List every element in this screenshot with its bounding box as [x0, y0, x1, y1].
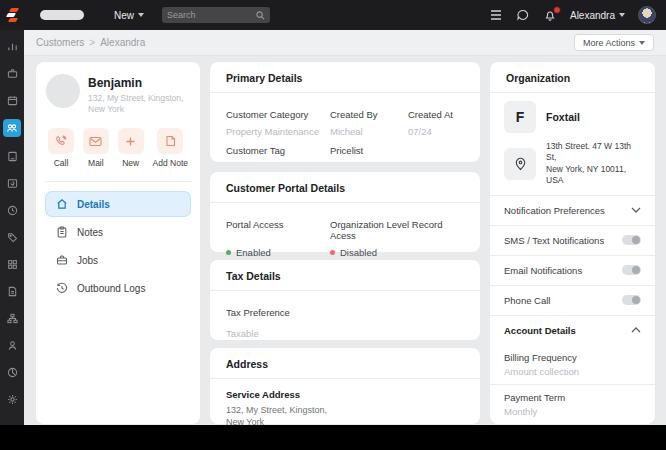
address-card: Address Service Address 132, My Street, … — [210, 348, 480, 424]
sms-notifications-toggle[interactable] — [622, 235, 641, 245]
chevron-down-icon — [631, 207, 641, 213]
search-icon — [256, 11, 265, 20]
field-value: 07/24 — [408, 122, 464, 137]
organization-address: 13th Street. 47 W 13th St, New York, NY … — [546, 141, 641, 187]
tab-details-label: Details — [77, 199, 110, 210]
global-search[interactable] — [162, 7, 270, 23]
add-note-label: Add Note — [153, 158, 188, 168]
portal-access-status: Enabled — [226, 243, 330, 258]
breadcrumb-separator: > — [89, 37, 95, 48]
divider — [44, 181, 192, 182]
notification-preferences-row[interactable]: Notification Preferences — [490, 195, 655, 225]
tab-notes[interactable]: Notes — [46, 220, 190, 244]
breadcrumb-section[interactable]: Customers — [36, 37, 84, 48]
address-title: Address — [210, 348, 480, 379]
tab-jobs[interactable]: Jobs — [46, 248, 190, 272]
analytics-icon[interactable] — [4, 38, 20, 54]
tab-details[interactable]: Details — [46, 192, 190, 216]
call-button[interactable]: Call — [48, 128, 74, 168]
chevron-down-icon — [138, 13, 144, 17]
field-label: Created By — [330, 103, 408, 120]
field-label: Billing Frequency — [504, 352, 641, 363]
new-menu-label: New — [114, 10, 134, 21]
field-value: Monthly — [504, 406, 641, 417]
notification-badge — [553, 6, 561, 14]
notes-icon[interactable] — [4, 148, 20, 164]
sms-notifications-label: SMS / Text Notifications — [504, 235, 604, 246]
email-notifications-label: Email Notifications — [504, 265, 582, 276]
plus-icon — [118, 128, 144, 154]
account-details-row[interactable]: Account Details — [490, 315, 655, 345]
field-label: Customer Tag — [226, 139, 330, 156]
jobs-icon[interactable] — [4, 65, 20, 81]
status-dot-disabled — [330, 250, 335, 255]
chevron-up-icon — [631, 327, 641, 333]
tab-notes-label: Notes — [77, 227, 103, 238]
location-pin-icon — [504, 148, 536, 180]
mail-icon — [83, 128, 109, 154]
notifications-bell-icon[interactable] — [543, 8, 557, 22]
customer-name: Benjamin — [88, 76, 183, 90]
phone-call-toggle[interactable] — [622, 295, 641, 305]
quotes-icon[interactable] — [4, 175, 20, 191]
email-notifications-row: Email Notifications — [490, 255, 655, 285]
zuper-logo-icon — [6, 8, 19, 22]
chevron-down-icon — [619, 13, 625, 17]
sms-notifications-row: SMS / Text Notifications — [490, 225, 655, 255]
field-value: Taxable — [226, 324, 464, 339]
mail-label: Mail — [88, 158, 104, 168]
phone-call-label: Phone Call — [504, 295, 550, 306]
apps-icon[interactable] — [4, 256, 20, 272]
new-label: New — [122, 158, 139, 168]
calendar-icon[interactable] — [4, 92, 20, 108]
portal-details-card: Customer Portal Details Portal Access Or… — [210, 172, 480, 252]
organization-name: Foxtail — [546, 111, 580, 123]
menu-icon[interactable] — [489, 8, 503, 22]
users-icon[interactable] — [4, 337, 20, 353]
breadcrumb-bar: Customers > Alexandra More Actions — [24, 30, 666, 56]
add-note-button[interactable]: Add Note — [153, 128, 188, 168]
quick-actions: Call Mail New Add Note — [46, 128, 190, 168]
tags-icon[interactable] — [4, 229, 20, 245]
invoices-icon[interactable] — [4, 283, 20, 299]
customer-address: 132, My Street, Kingston, New York — [88, 93, 183, 115]
customers-icon[interactable] — [3, 119, 21, 137]
home-icon — [56, 198, 68, 210]
field-label: Pricelist — [330, 139, 408, 156]
field-label: Created At — [408, 103, 464, 120]
chat-icon[interactable] — [516, 8, 530, 22]
new-button[interactable]: New — [118, 128, 144, 168]
reports-icon[interactable] — [4, 364, 20, 380]
account-details-label: Account Details — [504, 325, 576, 336]
search-input[interactable] — [167, 10, 256, 20]
user-menu[interactable]: Alexandra — [570, 10, 625, 21]
email-notifications-toggle[interactable] — [622, 265, 641, 275]
new-menu-button[interactable]: New — [114, 10, 144, 21]
tab-jobs-label: Jobs — [77, 255, 98, 266]
chevron-down-icon — [639, 41, 645, 45]
username-label: Alexandra — [570, 10, 615, 21]
field-value: Property Maintenance — [226, 122, 330, 137]
history-icon — [56, 282, 68, 294]
app-logo[interactable] — [0, 0, 24, 30]
topbar: New Alexandra — [0, 0, 666, 30]
service-address-label: Service Address — [226, 389, 464, 400]
loading-skeleton — [40, 10, 84, 20]
main-content: Benjamin 132, My Street, Kingston, New Y… — [24, 56, 666, 425]
timesheet-icon[interactable] — [4, 202, 20, 218]
tab-outbound-logs-label: Outbound Logs — [77, 283, 145, 294]
organization-initial: F — [504, 101, 536, 133]
bottom-black-strip — [0, 425, 666, 450]
field-label: Portal Access — [226, 213, 330, 241]
field-label: Tax Preference — [226, 301, 464, 318]
teams-icon[interactable] — [4, 310, 20, 326]
user-avatar[interactable] — [638, 6, 656, 24]
customer-avatar — [46, 74, 80, 108]
field-label: Payment Term — [504, 392, 641, 403]
more-actions-button[interactable]: More Actions — [574, 34, 654, 51]
settings-gear-icon[interactable] — [4, 391, 20, 407]
tax-details-card: Tax Details Tax Preference Taxable — [210, 260, 480, 340]
field-label: Organization Level Record Acess — [330, 213, 464, 241]
mail-button[interactable]: Mail — [83, 128, 109, 168]
tab-outbound-logs[interactable]: Outbound Logs — [46, 276, 190, 300]
